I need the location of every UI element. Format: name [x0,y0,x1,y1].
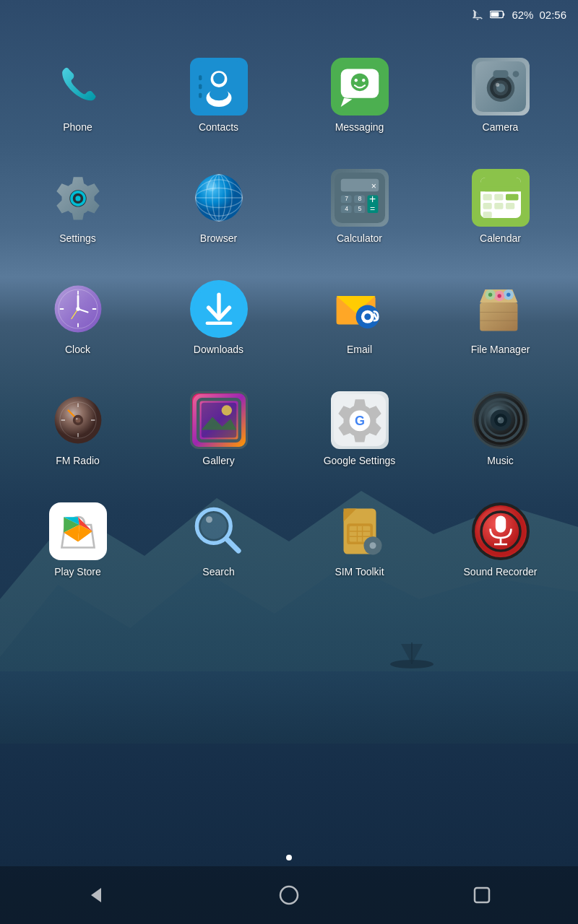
status-icons: 62% 02:56 [471,8,566,21]
gallery-label: Gallery [202,455,234,466]
svg-rect-60 [483,194,491,201]
svg-rect-141 [475,888,489,902]
svg-point-87 [506,293,510,297]
svg-rect-7 [504,13,505,16]
music-icon [472,391,530,449]
downloads-label: Downloads [194,344,243,355]
calendar-icon [472,169,530,227]
search-label: Search [202,566,234,578]
soundrecorder-label: Sound Recorder [464,566,538,578]
playstore-label: Play Store [54,566,101,578]
clock-icon [49,280,107,338]
page-indicator [286,855,292,860]
app-browser[interactable]: Browser [148,162,289,251]
messaging-icon [331,58,389,116]
calendar-label: Calendar [480,232,521,244]
svg-text:G: G [354,414,364,428]
svg-rect-136 [495,515,505,532]
music-label: Music [487,455,514,466]
camera-label: Camera [483,121,519,133]
app-phone[interactable]: Phone [7,51,148,140]
fmradio-icon [49,391,107,449]
simtoolkit-icon [331,502,389,560]
app-gallery[interactable]: Gallery [148,384,289,474]
svg-point-108 [221,405,231,415]
app-email[interactable]: Email [289,273,430,362]
app-settings[interactable]: Settings [7,162,148,251]
svg-rect-63 [483,203,491,209]
svg-point-118 [498,417,501,420]
back-button[interactable] [74,873,118,917]
svg-point-133 [369,542,376,549]
notification-icon [471,8,484,21]
calculator-label: Calculator [337,232,382,244]
settings-label: Settings [59,232,96,244]
phone-label: Phone [63,121,92,133]
svg-point-103 [75,418,77,420]
svg-point-22 [362,79,365,82]
gallery-icon [190,391,248,449]
clock-label: Clock [65,344,90,355]
svg-rect-65 [506,203,514,209]
email-label: Email [347,344,372,355]
svg-rect-12 [199,93,202,98]
simtoolkit-label: SIM Toolkit [335,566,384,578]
svg-point-41 [206,181,216,191]
svg-rect-62 [506,194,519,201]
app-messaging[interactable]: Messaging [289,51,430,140]
svg-rect-66 [483,212,491,218]
app-calculator[interactable]: × + = 7 8 4 5 Calculator [289,162,430,251]
downloads-icon [190,280,248,338]
soundrecorder-icon [472,502,530,560]
svg-point-117 [497,417,504,424]
messaging-label: Messaging [335,121,384,133]
svg-rect-59 [480,186,521,191]
app-playstore[interactable]: Play Store [7,495,148,585]
app-calendar[interactable]: Calendar [430,162,571,251]
app-filemanager[interactable]: File Manager [430,273,571,362]
email-icon [331,280,389,338]
svg-point-83 [364,313,371,320]
search-icon [190,502,248,560]
phone-icon [49,58,107,116]
svg-text:=: = [369,204,374,214]
navigation-bar [0,866,578,924]
svg-point-122 [206,516,212,523]
home-button[interactable] [267,873,311,917]
app-fmradio[interactable]: FM Radio [7,384,148,474]
svg-point-91 [488,293,491,297]
svg-point-15 [213,73,225,84]
app-simtoolkit[interactable]: SIM Toolkit [289,495,430,585]
status-bar: 62% 02:56 [0,0,578,29]
battery-icon [490,9,506,19]
app-music[interactable]: Music [430,384,571,474]
app-clock[interactable]: Clock [7,273,148,362]
app-contacts[interactable]: Contacts [148,51,289,140]
svg-point-89 [497,294,501,297]
clock-time: 02:56 [539,9,566,21]
app-downloads[interactable]: Downloads [148,273,289,362]
page-dot-active [286,855,292,860]
browser-label: Browser [200,232,237,244]
svg-text:7: 7 [345,195,348,202]
contacts-label: Contacts [199,121,238,133]
app-soundrecorder[interactable]: Sound Recorder [430,495,571,585]
app-googlesettings[interactable]: G Google Settings [289,384,430,474]
app-search[interactable]: Search [148,495,289,585]
svg-rect-10 [199,75,202,80]
svg-rect-8 [491,12,499,17]
contacts-icon [190,58,248,116]
settings-icon [49,169,107,227]
svg-rect-11 [199,84,202,90]
fmradio-label: FM Radio [56,455,100,466]
app-camera[interactable]: Camera [430,51,571,140]
calculator-icon: × + = 7 8 4 5 [331,169,389,227]
svg-rect-85 [480,302,517,331]
svg-rect-61 [494,194,503,201]
svg-point-33 [75,196,80,201]
svg-text:4: 4 [345,205,348,212]
svg-point-30 [512,71,519,77]
filemanager-icon [472,280,530,338]
svg-text:5: 5 [358,205,361,212]
recents-button[interactable] [460,873,504,917]
